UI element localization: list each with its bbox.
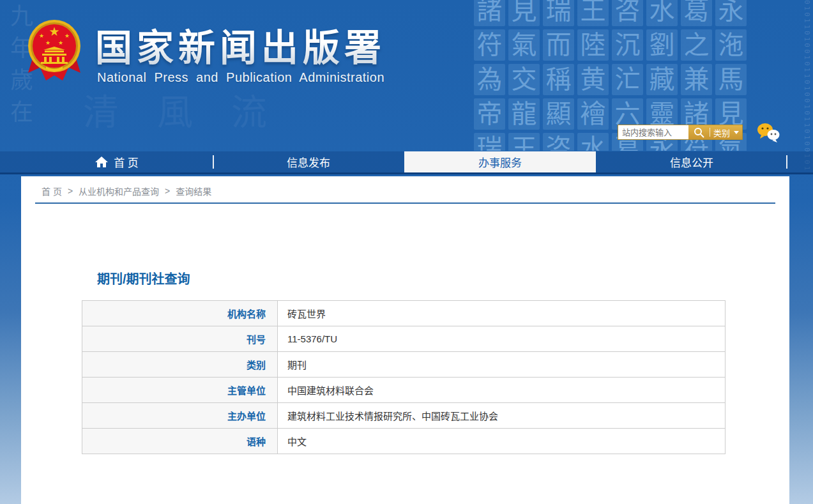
table-row: 主办单位 建筑材料工业技术情报研究所、中国砖瓦工业协会: [82, 403, 726, 429]
row-label: 语种: [82, 429, 278, 454]
breadcrumb-result[interactable]: 查询结果: [176, 185, 211, 197]
row-value: 11-5376/TU: [278, 326, 726, 352]
table-row: 机构名称 砖瓦世界: [82, 301, 726, 326]
table-row: 类别 期刊: [82, 352, 726, 378]
site-subtitle-en: National Press and Publication Administr…: [97, 70, 384, 85]
svg-text:★: ★: [58, 40, 63, 46]
wechat-icon: [756, 122, 780, 144]
wechat-share-button[interactable]: [756, 122, 780, 146]
nav-label-news: 信息发布: [287, 154, 330, 170]
main-nav: 首 页 信息发布 办事服务 信息公开: [0, 151, 813, 174]
svg-text:★: ★: [39, 33, 44, 39]
row-value: 期刊: [278, 352, 726, 378]
table-row: 语种 中文: [82, 429, 726, 454]
nav-items: 首 页 信息发布 办事服务 信息公开: [21, 151, 787, 172]
chevron-down-icon: [734, 131, 739, 137]
breadcrumb-query[interactable]: 从业机构和产品查询: [79, 185, 159, 197]
row-label: 类别: [82, 352, 278, 378]
table-row: 刊号 11-5376/TU: [82, 326, 726, 352]
search-button[interactable]: [688, 125, 710, 139]
row-value: 中国建筑材料联合会: [278, 378, 726, 403]
nav-item-news[interactable]: 信息发布: [213, 151, 404, 172]
row-label: 主办单位: [82, 403, 278, 429]
site-header: 諸見瑞王咨水葛永符氣而陸沉劉之沲為交稱黄汒藏兼馬帝龍顯襘六靈諸見瑞王咨水葛永符氣…: [0, 0, 813, 174]
search-category-dropdown[interactable]: 类别: [710, 125, 742, 139]
nav-item-services[interactable]: 办事服务: [404, 151, 596, 172]
result-table: 机构名称 砖瓦世界 刊号 11-5376/TU 类别 期刊 主管单位 中国建筑材…: [82, 300, 726, 454]
calligraphy-watermark-mid: 清風流: [83, 83, 479, 135]
site-title: 国家新闻出版署: [95, 18, 386, 72]
page-title: 期刊/期刊社查询: [97, 269, 190, 287]
breadcrumb-separator: >: [68, 186, 73, 196]
breadcrumb-separator: >: [165, 186, 170, 196]
row-value: 砖瓦世界: [278, 301, 726, 326]
home-icon: [95, 157, 108, 167]
nav-label-services: 办事服务: [478, 154, 522, 170]
row-label: 主管单位: [82, 378, 278, 403]
nav-item-disclosure[interactable]: 信息公开: [596, 151, 787, 172]
breadcrumb-underline: [35, 202, 775, 204]
binary-pattern: 0101101001011010010110100101101001011010…: [792, 0, 811, 174]
row-value: 中文: [278, 429, 726, 454]
svg-text:★: ★: [65, 33, 70, 39]
page: 諸見瑞王咨水葛永符氣而陸沉劉之沲為交稱黄汒藏兼馬帝龍顯襘六靈諸見瑞王咨水葛永符氣…: [0, 0, 813, 504]
search-input[interactable]: [618, 125, 688, 139]
nav-label-disclosure: 信息公开: [670, 154, 713, 170]
row-value: 建筑材料工业技术情报研究所、中国砖瓦工业协会: [278, 403, 726, 429]
svg-text:★: ★: [45, 40, 50, 46]
breadcrumb: 首 页 > 从业机构和产品查询 > 查询结果: [42, 185, 211, 197]
content-panel: 首 页 > 从业机构和产品查询 > 查询结果 期刊/期刊社查询 机构名称 砖瓦世…: [21, 176, 789, 504]
category-label: 类别: [713, 126, 730, 139]
row-label: 刊号: [82, 326, 278, 352]
row-label: 机构名称: [82, 301, 278, 326]
breadcrumb-home[interactable]: 首 页: [42, 185, 62, 197]
nav-label-home: 首 页: [114, 154, 139, 170]
search-icon: [694, 127, 704, 138]
table-row: 主管单位 中国建筑材料联合会: [82, 378, 726, 403]
site-search: 类别: [618, 125, 743, 140]
national-emblem-logo: ★ ★ ★ ★ ★: [27, 17, 82, 86]
svg-text:★: ★: [49, 25, 59, 38]
nav-item-home[interactable]: 首 页: [21, 151, 213, 172]
